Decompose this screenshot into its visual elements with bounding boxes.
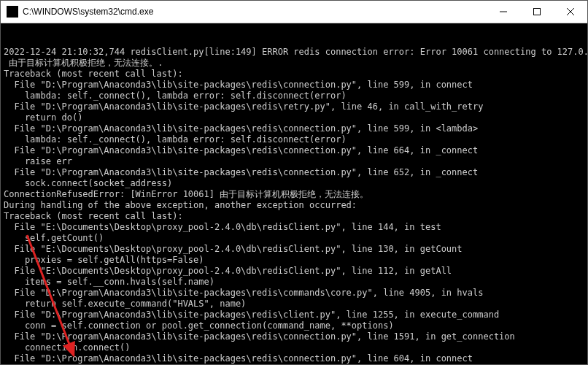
terminal-line: File "D:\Program\Anaconda3\lib\site-pack…: [4, 331, 584, 342]
minimize-button[interactable]: [487, 1, 520, 23]
svg-rect-1: [534, 9, 541, 15]
terminal-line: self.getCount(): [4, 233, 584, 244]
maximize-icon: [533, 8, 541, 15]
cmd-icon: [7, 6, 18, 18]
terminal-line: ConnectionRefusedError: [WinError 10061]…: [4, 189, 584, 200]
terminal-line: File "E:\Documents\Desktop\proxy_pool-2.…: [4, 266, 584, 277]
window-title: C:\WINDOWS\system32\cmd.exe: [23, 7, 153, 17]
terminal-line: items = self.__conn.hvals(self.name): [4, 277, 584, 288]
terminal-line: File "E:\Documents\Desktop\proxy_pool-2.…: [4, 244, 584, 255]
terminal-line: File "D:\Program\Anaconda3\lib\site-pack…: [4, 167, 584, 178]
terminal-line: return self.execute_command("HVALS", nam…: [4, 299, 584, 310]
close-icon: [567, 8, 574, 15]
terminal-line: 由于目标计算机积极拒绝，无法连接。.: [4, 58, 584, 69]
close-button[interactable]: [554, 1, 587, 23]
terminal-line: conn = self.connection or pool.get_conne…: [4, 320, 584, 331]
maximize-button[interactable]: [520, 1, 554, 23]
terminal-line: 2022-12-24 21:10:32,744 redisClient.py[l…: [4, 47, 584, 58]
terminal-line: During handling of the above exception, …: [4, 200, 584, 211]
terminal-line: Traceback (most recent call last):: [4, 211, 584, 222]
terminal-line: lambda: self._connect(), lambda error: s…: [4, 91, 584, 101]
terminal-line: File "E:\Documents\Desktop\proxy_pool-2.…: [4, 222, 584, 233]
terminal-line: lambda: self._connect(), lambda error: s…: [4, 134, 584, 145]
minimize-icon: [500, 8, 507, 15]
terminal-line: File "D:\Program\Anaconda3\lib\site-pack…: [4, 101, 584, 112]
terminal-line: File "D:\Program\Anaconda3\lib\site-pack…: [4, 123, 584, 134]
titlebar[interactable]: C:\WINDOWS\system32\cmd.exe: [1, 1, 587, 23]
terminal-line: raise err: [4, 156, 584, 167]
terminal-line: File "D:\Program\Anaconda3\lib\site-pack…: [4, 145, 584, 156]
cmd-window: C:\WINDOWS\system32\cmd.exe 2022-12-24 2…: [0, 0, 588, 365]
terminal-line: proxies = self.getAll(https=False): [4, 255, 584, 266]
terminal-line: Traceback (most recent call last):: [4, 69, 584, 80]
terminal-line: File "D:\Program\Anaconda3\lib\site-pack…: [4, 353, 584, 364]
terminal-line: connection.connect(): [4, 342, 584, 353]
terminal-line: return do(): [4, 112, 584, 123]
terminal-line: sock.connect(socket_address): [4, 178, 584, 189]
terminal-line: File "D:\Program\Anaconda3\lib\site-pack…: [4, 288, 584, 299]
terminal-line: File "D:\Program\Anaconda3\lib\site-pack…: [4, 310, 584, 320]
terminal-output[interactable]: 2022-12-24 21:10:32,744 redisClient.py[l…: [1, 23, 587, 364]
terminal-line: File "D:\Program\Anaconda3\lib\site-pack…: [4, 80, 584, 91]
